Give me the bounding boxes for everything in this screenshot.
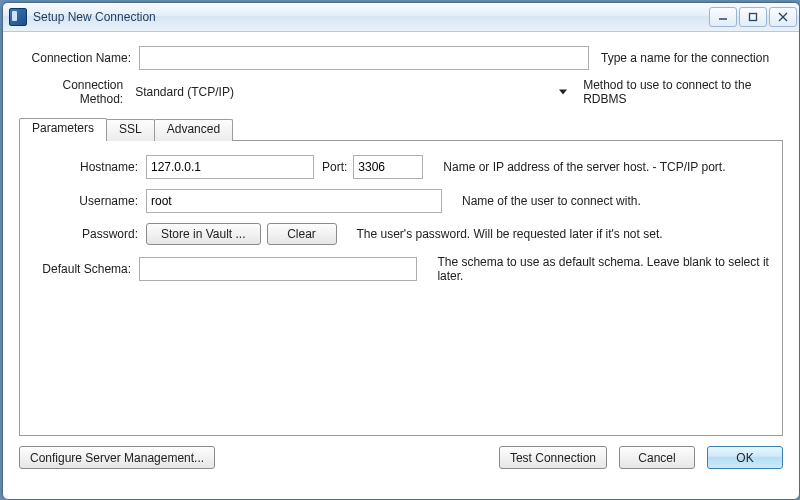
username-hint: Name of the user to connect with.: [462, 194, 641, 208]
default-schema-label: Default Schema:: [26, 262, 139, 276]
hostname-row: Hostname: Port: Name or IP address of th…: [26, 155, 776, 179]
hostname-input[interactable]: [146, 155, 314, 179]
configure-server-button[interactable]: Configure Server Management...: [19, 446, 215, 469]
minimize-icon: [718, 12, 728, 22]
minimize-button[interactable]: [709, 7, 737, 27]
password-row: Password: Store in Vault ... Clear The u…: [26, 223, 776, 245]
hostname-hint: Name or IP address of the server host. -…: [443, 160, 725, 174]
connection-name-input[interactable]: [139, 46, 589, 70]
tab-ssl[interactable]: SSL: [106, 119, 155, 141]
chevron-down-icon: [559, 90, 567, 95]
tab-advanced[interactable]: Advanced: [154, 119, 233, 141]
connection-method-value: Standard (TCP/IP): [135, 85, 234, 99]
default-schema-row: Default Schema: The schema to use as def…: [26, 255, 776, 283]
default-schema-input[interactable]: [139, 257, 417, 281]
app-icon: [9, 8, 27, 26]
default-schema-hint: The schema to use as default schema. Lea…: [437, 255, 776, 283]
close-button[interactable]: [769, 7, 797, 27]
tab-parameters[interactable]: Parameters: [19, 118, 107, 141]
tabstrip: Parameters SSL Advanced: [19, 118, 783, 140]
username-row: Username: Name of the user to connect wi…: [26, 189, 776, 213]
tab-container: Parameters SSL Advanced Hostname: Port: …: [19, 118, 783, 436]
button-bar: Configure Server Management... Test Conn…: [19, 436, 783, 475]
connection-name-hint: Type a name for the connection: [601, 51, 769, 65]
connection-name-row: Connection Name: Type a name for the con…: [19, 46, 783, 70]
password-hint: The user's password. Will be requested l…: [357, 227, 663, 241]
window-controls: [709, 7, 797, 27]
connection-method-hint: Method to use to connect to the RDBMS: [583, 78, 783, 106]
maximize-button[interactable]: [739, 7, 767, 27]
hostname-label: Hostname:: [26, 160, 146, 174]
clear-password-button[interactable]: Clear: [267, 223, 337, 245]
test-connection-button[interactable]: Test Connection: [499, 446, 607, 469]
connection-method-dropdown[interactable]: Standard (TCP/IP): [131, 79, 571, 105]
connection-name-label: Connection Name:: [19, 51, 131, 65]
window-title: Setup New Connection: [33, 10, 156, 24]
connection-method-label: Connection Method:: [19, 78, 123, 106]
maximize-icon: [748, 12, 758, 22]
cancel-button[interactable]: Cancel: [619, 446, 695, 469]
username-input[interactable]: [146, 189, 442, 213]
close-icon: [778, 12, 788, 22]
password-label: Password:: [26, 227, 146, 241]
titlebar: Setup New Connection: [3, 3, 799, 32]
port-input[interactable]: [353, 155, 423, 179]
store-vault-button[interactable]: Store in Vault ...: [146, 223, 261, 245]
tab-panel-parameters: Hostname: Port: Name or IP address of th…: [19, 140, 783, 436]
port-label: Port:: [322, 160, 347, 174]
dialog-window: Setup New Connection Connection Name: Ty…: [2, 2, 800, 500]
ok-button[interactable]: OK: [707, 446, 783, 469]
svg-rect-1: [750, 14, 757, 21]
username-label: Username:: [26, 194, 146, 208]
content-area: Connection Name: Type a name for the con…: [3, 32, 799, 499]
connection-method-row: Connection Method: Standard (TCP/IP) Met…: [19, 78, 783, 106]
